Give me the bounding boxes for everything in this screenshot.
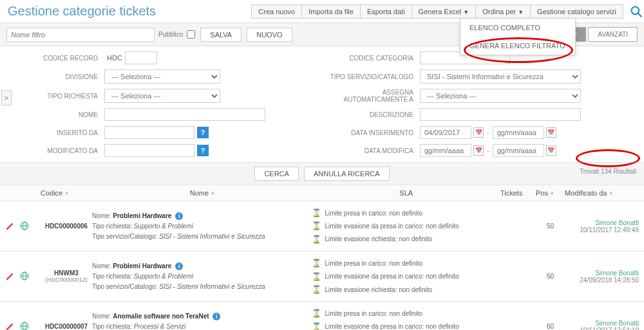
table-row[interactable]: HDC00000007 Nome: Anomalie software non … — [0, 302, 644, 330]
modificato-da-input[interactable] — [104, 144, 194, 157]
label-modificato-da: MODIFICATO DA — [8, 147, 104, 154]
calendar-icon[interactable]: 📅 — [473, 127, 484, 138]
label-divisione: DIVISIONE — [8, 73, 104, 80]
label-codice-categoria: CODICE CATEGORIA — [323, 55, 420, 62]
tipo-richiesta-select[interactable]: --- Seleziona --- — [104, 89, 220, 103]
cell-sla: ⌛Limite presa in carico: non definito ⌛L… — [312, 206, 500, 246]
catalog-button[interactable]: Gestione catalogo servizi — [530, 5, 623, 19]
info-icon[interactable]: i — [213, 313, 220, 320]
data-mod-to[interactable] — [493, 144, 544, 157]
col-tickets: Tickets — [500, 189, 536, 197]
cell-nome: Nome: Problemi Hardware i Tipo richiesta… — [92, 261, 312, 292]
date-separator: - — [487, 129, 489, 136]
mode-advanced[interactable]: AVANZATI — [588, 27, 638, 42]
tipo-servizio-select[interactable]: SISI - Sistemi Informativi e Sicurezza — [420, 69, 581, 84]
cell-nome: Nome: Anomalie software non TeraNet i Ti… — [92, 311, 312, 330]
page-title: Gestione categorie tickets — [0, 0, 164, 23]
caret-down-icon: ▼ — [463, 9, 469, 15]
codice-prefix: HDC — [104, 54, 125, 62]
create-button[interactable]: Crea nuovo — [251, 5, 302, 19]
hourglass-icon: ⌛ — [312, 206, 321, 219]
cell-modified: Simone Bonatti24/09/2018 14:28:50 — [565, 270, 639, 284]
cell-code: HNWM3(HDC00000012) — [41, 270, 92, 283]
table-row[interactable]: HDC00000006 Nome: Problemi Hardware i Ti… — [0, 201, 644, 252]
label-nome: NOME — [8, 111, 104, 118]
order-dropdown[interactable]: Ordina per▼ — [475, 5, 531, 19]
label-tipo-richiesta: TIPO RICHIESTA — [8, 93, 104, 100]
save-filter-button[interactable]: SALVA — [200, 28, 242, 42]
search-button[interactable]: CERCA — [254, 167, 299, 181]
edit-icon[interactable] — [5, 271, 15, 282]
edit-icon[interactable] — [5, 321, 15, 330]
hourglass-icon: ⌛ — [312, 270, 321, 283]
cell-modified: Simone Bonatti10/11/2017 12:51:10 — [565, 320, 639, 330]
hourglass-icon: ⌛ — [312, 307, 321, 320]
dd-full-list[interactable]: ELENCO COMPLETO — [460, 19, 575, 37]
calendar-icon[interactable]: 📅 — [546, 145, 556, 156]
sort-icon: ♦ — [211, 190, 214, 196]
col-nome[interactable]: Nome♦ — [92, 189, 312, 197]
descrizione-input[interactable] — [420, 108, 581, 121]
cell-pos: 50 — [536, 223, 565, 230]
col-pos[interactable]: Pos♦ — [536, 189, 565, 197]
export-button[interactable]: Esporta dati — [360, 5, 412, 19]
cell-modified: Simone Bonatti10/11/2017 12:49:48 — [565, 219, 639, 234]
help-icon[interactable]: ? — [197, 145, 209, 156]
cell-nome: Nome: Problemi Hardware i Tipo richiesta… — [92, 211, 312, 242]
label-codice-record: CODICE RECORD — [8, 55, 104, 62]
cell-pos: 50 — [536, 273, 565, 280]
label-data-modifica: DATA MODIFICA — [323, 147, 420, 154]
public-label: Pubblico — [158, 31, 183, 38]
cell-code: HDC00000006 — [41, 223, 92, 230]
sort-icon: ♦ — [551, 190, 554, 196]
edit-icon[interactable] — [5, 221, 15, 232]
cell-code: HDC00000007 — [41, 323, 92, 330]
date-separator: - — [487, 147, 489, 154]
hourglass-icon: ⌛ — [312, 257, 321, 270]
search-icon[interactable] — [629, 4, 644, 19]
hourglass-icon: ⌛ — [312, 233, 321, 246]
sort-icon: ♦ — [609, 190, 612, 196]
help-icon[interactable]: ? — [197, 127, 209, 138]
assegna-select[interactable]: --- Seleziona --- — [420, 89, 581, 103]
results-count: Trovati 134 Risultati — [580, 168, 636, 175]
import-button[interactable]: Importa da file — [301, 5, 361, 19]
excel-dropdown-menu: ELENCO COMPLETO GENERA ELENCO FILTRATO — [460, 18, 576, 55]
label-tipo-servizio: TIPO SERVIZIO/CATALOGO — [323, 73, 420, 80]
hourglass-icon: ⌛ — [312, 283, 321, 296]
calendar-icon[interactable]: 📅 — [473, 145, 484, 156]
inserito-da-input[interactable] — [104, 126, 194, 139]
cell-pos: 60 — [536, 323, 565, 330]
sort-icon: ♦ — [65, 190, 68, 196]
info-icon[interactable]: i — [175, 262, 183, 270]
excel-dropdown[interactable]: Genera Excel▼ — [412, 5, 477, 19]
table-row[interactable]: HNWM3(HDC00000012) Nome: Problemi Hardwa… — [0, 252, 644, 302]
data-ins-to[interactable] — [493, 126, 544, 139]
info-icon[interactable]: i — [175, 212, 183, 220]
data-ins-from[interactable] — [420, 126, 471, 139]
public-checkbox[interactable] — [187, 30, 195, 39]
new-filter-button[interactable]: NUOVO — [247, 28, 292, 42]
label-assegna: ASSEGNA AUTOMATICAMENTE A — [323, 89, 420, 103]
nome-input[interactable] — [104, 108, 265, 121]
globe-icon[interactable] — [19, 321, 30, 330]
dd-filtered-list[interactable]: GENERA ELENCO FILTRATO — [460, 37, 575, 55]
col-codice[interactable]: Codice♦ — [41, 189, 92, 197]
caret-down-icon: ▼ — [518, 9, 524, 15]
globe-icon[interactable] — [19, 271, 30, 282]
globe-icon[interactable] — [19, 221, 30, 232]
col-modificato[interactable]: Modificato da♦ — [565, 189, 639, 197]
svg-line-1 — [638, 13, 642, 17]
hourglass-icon: ⌛ — [312, 320, 321, 330]
label-inserito-da: INSERITO DA — [8, 129, 104, 136]
filter-name-input[interactable] — [6, 28, 155, 42]
divisione-select[interactable]: --- Seleziona --- — [104, 69, 220, 84]
col-sla: SLA — [312, 189, 500, 197]
label-descrizione: DESCRIZIONE — [323, 111, 420, 118]
reset-search-button[interactable]: ANNULLA RICERCA — [304, 167, 390, 181]
codice-record-input[interactable] — [125, 51, 157, 64]
hourglass-icon: ⌛ — [312, 219, 321, 232]
cell-sla: ⌛Limite presa in carico: non definito ⌛L… — [312, 307, 500, 330]
data-mod-from[interactable] — [420, 144, 471, 157]
calendar-icon[interactable]: 📅 — [546, 127, 556, 138]
